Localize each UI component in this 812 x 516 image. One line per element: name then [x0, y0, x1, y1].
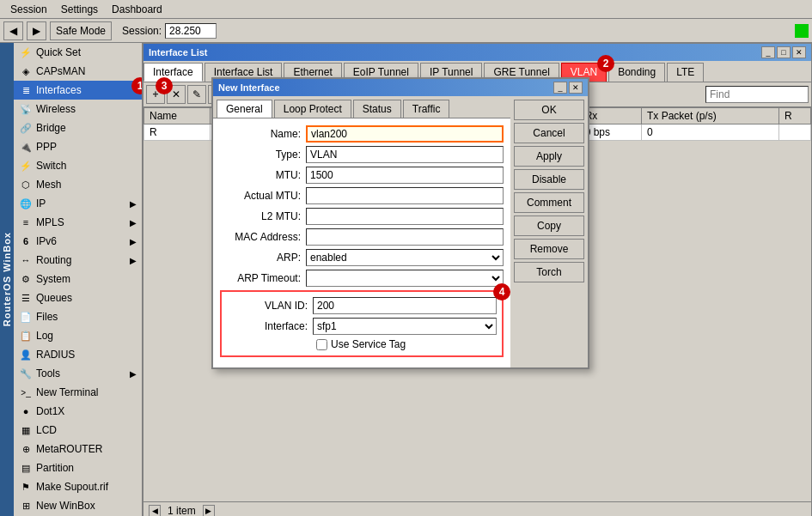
dialog-tab-general[interactable]: General: [217, 100, 272, 118]
dialog-content: Name: Type: VLAN MTU:: [213, 118, 510, 367]
edit-button[interactable]: ✎: [187, 85, 206, 104]
sidebar-item-new-terminal[interactable]: New Terminal: [14, 383, 142, 402]
type-display: VLAN: [306, 146, 504, 163]
sidebar-item-mesh[interactable]: Mesh: [14, 175, 142, 194]
tab-interface[interactable]: Interface: [143, 63, 203, 82]
mac-input[interactable]: [306, 228, 504, 246]
menu-settings[interactable]: Settings: [54, 2, 105, 17]
name-input[interactable]: [306, 125, 504, 143]
terminal-icon: [19, 385, 33, 399]
actual-mtu-input[interactable]: [306, 187, 504, 204]
session-input[interactable]: [165, 23, 217, 39]
add-button[interactable]: + 3: [146, 85, 165, 104]
sidebar-item-partition[interactable]: Partition: [14, 458, 142, 477]
menu-dashboard[interactable]: Dashboard: [105, 2, 169, 17]
form-row-interface: Interface: sfp1: [227, 318, 497, 335]
sidebar-item-quickset[interactable]: Quick Set: [14, 43, 142, 62]
sidebar-label-wireless: Wireless: [36, 103, 76, 115]
row-tx-packet: 0: [641, 124, 778, 141]
arp-select[interactable]: enabled disabled reply-only: [307, 251, 503, 264]
sidebar-item-bridge[interactable]: Bridge: [14, 118, 142, 137]
form-row-type: Type: VLAN: [220, 146, 504, 163]
dialog-tab-status[interactable]: Status: [353, 100, 401, 118]
scroll-right-button[interactable]: ▶: [203, 505, 215, 517]
l2mtu-input[interactable]: [306, 208, 504, 225]
sidebar-item-dot1x[interactable]: Dot1X: [14, 402, 142, 421]
sidebar-item-radius[interactable]: RADIUS: [14, 345, 142, 364]
dialog-controls: _ ✕: [553, 82, 583, 94]
mtu-input[interactable]: [306, 167, 504, 184]
row-r-val: [778, 124, 810, 141]
remove-button[interactable]: Remove: [514, 239, 584, 259]
sidebar-item-switch[interactable]: Switch: [14, 156, 142, 175]
cancel-button[interactable]: Cancel: [514, 123, 584, 143]
menu-session[interactable]: Session: [3, 2, 54, 17]
sidebar-item-tools[interactable]: Tools ▶: [14, 364, 142, 383]
mpls-arrow: ▶: [130, 218, 137, 228]
sidebar-item-metarouter[interactable]: MetaROUTER: [14, 440, 142, 458]
sidebar-label-bridge: Bridge: [36, 122, 66, 134]
sidebar-item-log[interactable]: Log: [14, 326, 142, 345]
sidebar-label-partition: Partition: [36, 462, 74, 474]
forward-icon: ▶: [33, 25, 40, 37]
arp-label: ARP:: [220, 252, 306, 264]
dialog-tab-traffic[interactable]: Traffic: [403, 100, 450, 118]
close-button[interactable]: ✕: [792, 46, 806, 58]
sidebar-item-queues[interactable]: Queues: [14, 288, 142, 307]
scroll-left-button[interactable]: ◀: [149, 505, 161, 517]
form-row-l2mtu: L2 MTU:: [220, 208, 504, 225]
sidebar-item-lcd[interactable]: LCD: [14, 421, 142, 440]
sidebar-item-new-winbox[interactable]: New WinBox: [14, 496, 142, 515]
sidebar-label-radius: RADIUS: [36, 349, 75, 361]
disable-button[interactable]: Disable: [514, 169, 584, 190]
tab-bonding[interactable]: Bonding: [608, 63, 665, 82]
dialog-buttons: OK Cancel Apply Disable Comment Copy Rem…: [510, 96, 588, 367]
sidebar-item-interfaces[interactable]: Interfaces 1: [14, 81, 142, 100]
minimize-button[interactable]: _: [761, 46, 775, 58]
comment-button[interactable]: Comment: [514, 192, 584, 213]
dialog-titlebar: New Interface _ ✕: [213, 79, 588, 96]
sidebar-item-ip[interactable]: IP ▶: [14, 194, 142, 213]
dialog-minimize-button[interactable]: _: [553, 82, 567, 94]
find-input[interactable]: [705, 86, 809, 103]
sidebar-label-make-supout: Make Supout.rif: [36, 481, 108, 493]
sidebar-item-ppp[interactable]: PPP: [14, 137, 142, 156]
sidebar-item-mpls[interactable]: MPLS ▶: [14, 213, 142, 232]
maximize-button[interactable]: □: [777, 46, 791, 58]
apply-button[interactable]: Apply: [514, 146, 584, 167]
type-label: Type:: [220, 149, 306, 161]
service-tag-checkbox[interactable]: [316, 339, 327, 350]
sidebar-item-routing[interactable]: Routing ▶: [14, 251, 142, 270]
sidebar-label-files: Files: [36, 311, 58, 323]
mac-label: MAC Address:: [220, 231, 306, 243]
capsman-icon: [19, 64, 33, 78]
partition-icon: [19, 461, 33, 475]
safe-mode-button[interactable]: Safe Mode: [50, 21, 112, 40]
ok-button[interactable]: OK: [514, 100, 584, 120]
sidebar-item-make-supout[interactable]: Make Supout.rif: [14, 477, 142, 496]
sidebar-item-wireless[interactable]: Wireless: [14, 100, 142, 118]
arp-timeout-select[interactable]: [307, 271, 503, 285]
newwinbox-icon: [19, 499, 33, 513]
arp-timeout-label: ARP Timeout:: [220, 272, 306, 284]
interface-select[interactable]: sfp1: [314, 319, 496, 333]
session-label: Session:: [122, 25, 162, 37]
torch-button[interactable]: Torch: [514, 262, 584, 282]
form-row-vlan-id: VLAN ID:: [227, 297, 497, 314]
tab-lte[interactable]: LTE: [667, 63, 704, 82]
back-button[interactable]: ◀: [3, 21, 23, 40]
dialog-tab-loop-protect[interactable]: Loop Protect: [274, 100, 351, 118]
bridge-icon: [19, 121, 33, 135]
dialog-close-button[interactable]: ✕: [569, 82, 583, 94]
badge-4: 4: [493, 283, 510, 300]
sidebar-item-ipv6[interactable]: IPv6 ▶: [14, 232, 142, 251]
edit-icon: ✎: [192, 88, 201, 100]
routing-arrow: ▶: [130, 256, 137, 265]
vlan-id-input[interactable]: [313, 297, 497, 314]
sidebar-item-capsman[interactable]: CAPsMAN: [14, 62, 142, 81]
forward-button[interactable]: ▶: [27, 21, 46, 40]
sidebar-label-tools: Tools: [36, 367, 60, 379]
copy-button[interactable]: Copy: [514, 216, 584, 236]
sidebar-item-files[interactable]: Files: [14, 307, 142, 326]
sidebar-item-system[interactable]: System: [14, 270, 142, 288]
